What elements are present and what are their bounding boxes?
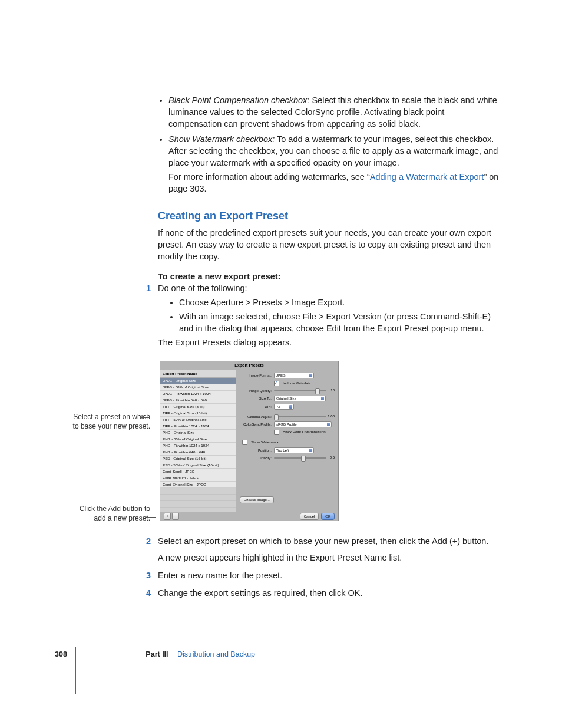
part-label: Part III <box>146 650 168 658</box>
step-number: 2 <box>146 535 151 547</box>
bullet-watermark-more: For more information about adding waterm… <box>168 171 500 195</box>
preset-row[interactable]: PNG - Original Size <box>160 430 236 436</box>
step-2: 2Select an export preset on which to bas… <box>158 535 500 564</box>
preset-row[interactable]: Email Small - JPEG <box>160 469 236 475</box>
add-preset-button[interactable]: + <box>164 513 171 520</box>
label-colorsync-profile: ColorSync Profile: <box>240 422 274 427</box>
preset-row-empty <box>160 488 236 495</box>
preset-row[interactable]: TIFF - Original Size (8-bit) <box>160 404 236 410</box>
preset-row[interactable]: PNG - 50% of Original Size <box>160 436 236 443</box>
preset-row[interactable]: JPEG - Fit within 1024 x 1024 <box>160 391 236 397</box>
callout-add-button: Click the Add button to add a new preset… <box>74 505 150 523</box>
step-number: 3 <box>146 569 151 581</box>
step-1: 1 Do one of the following: Choose Apertu… <box>158 282 500 348</box>
include-metadata-checkbox[interactable] <box>274 381 279 386</box>
bullet-bpc: Black Point Compensation checkbox: Selec… <box>168 94 500 130</box>
gamma-slider[interactable]: 1.00 <box>274 414 335 419</box>
dialog-title: Export Presets <box>160 361 338 370</box>
settings-panel: Image Format: JPEG Include Metadata Imag… <box>236 370 338 514</box>
opacity-slider[interactable]: 0.5 <box>274 456 335 460</box>
label-gamma: Gamma Adjust: <box>240 414 274 419</box>
section-intro: If none of the predefined export presets… <box>158 227 500 262</box>
label-show-watermark: Show Watermark <box>251 440 279 445</box>
size-to-select[interactable]: Original Size <box>274 396 326 401</box>
step-text: Select an export preset on which to base… <box>158 536 488 546</box>
step-text: Change the export settings as required, … <box>158 588 362 598</box>
intro-bullet-list: Black Point Compensation checkbox: Selec… <box>158 94 500 195</box>
preset-row[interactable]: JPEG - Original Size <box>160 378 236 384</box>
image-quality-slider[interactable]: 10 <box>274 388 335 393</box>
image-format-select[interactable]: JPEG <box>274 373 314 378</box>
section-heading: Creating an Export Preset <box>158 209 500 223</box>
part-section: Distribution and Backup <box>177 650 255 658</box>
preset-row[interactable]: Email Original Size - JPEG <box>160 482 236 488</box>
watermark-position-select[interactable]: Top Left <box>274 447 314 453</box>
preset-row[interactable]: JPEG - Fit within 640 x 640 <box>160 397 236 404</box>
label-bpc: Black Point Compensation <box>283 430 326 435</box>
preset-row[interactable]: TIFF - Fit within 1024 x 1024 <box>160 423 236 430</box>
step-text: Enter a new name for the preset. <box>158 571 282 580</box>
step-1-sub-b: With an image selected, choose File > Ex… <box>179 311 500 334</box>
callout-select-preset: Select a preset on which to base your ne… <box>68 413 150 431</box>
label-dpi: DPI: <box>240 404 274 409</box>
colorsync-profile-select[interactable]: sRGB Profile <box>274 421 332 427</box>
dpi-input[interactable]: 72 <box>274 404 294 410</box>
black-point-compensation-checkbox[interactable] <box>274 430 279 435</box>
step-1-text: Do one of the following: <box>158 284 247 293</box>
step-4: 4Change the export settings as required,… <box>158 587 500 599</box>
bullet-bpc-label: Black Point Compensation checkbox: <box>168 95 309 105</box>
task-heading: To create a new export preset: <box>158 271 500 282</box>
label-opacity: Opacity: <box>240 456 274 460</box>
bullet-watermark-label: Show Watermark checkbox: <box>168 134 275 144</box>
label-position: Position: <box>240 448 274 453</box>
preset-row-empty <box>160 501 236 508</box>
preset-row[interactable]: PSD - 50% of Original Size (16-bit) <box>160 462 236 469</box>
preset-row[interactable]: JPEG - 50% of Original Size <box>160 384 236 391</box>
preset-row[interactable]: Email Medium - JPEG <box>160 475 236 482</box>
step-3: 3Enter a new name for the preset. <box>158 569 500 581</box>
step-1-sub-a: Choose Aperture > Presets > Image Export… <box>179 297 500 308</box>
page-number: 308 <box>55 650 67 658</box>
preset-row[interactable]: TIFF - 50% of Original Size <box>160 417 236 423</box>
preset-list[interactable]: Export Preset Name JPEG - Original SizeJ… <box>160 370 236 514</box>
page-footer: 308 Part III Distribution and Backup <box>55 650 255 660</box>
bullet-watermark: Show Watermark checkbox: To add a waterm… <box>168 133 500 195</box>
preset-row[interactable]: PNG - Fit within 1024 x 1024 <box>160 443 236 449</box>
label-image-format: Image Format: <box>240 373 274 378</box>
margin-rule <box>75 647 76 694</box>
preset-list-header: Export Preset Name <box>160 370 236 378</box>
preset-row[interactable]: PSD - Original Size (16-bit) <box>160 456 236 462</box>
label-include-metadata: Include Metadata <box>283 381 310 386</box>
ok-button[interactable]: OK <box>321 513 335 520</box>
step-number: 4 <box>146 587 151 599</box>
show-watermark-checkbox[interactable] <box>242 440 247 445</box>
preset-row-empty <box>160 495 236 501</box>
export-presets-dialog: Export Presets Export Preset Name JPEG -… <box>160 361 339 521</box>
step-1-after: The Export Presets dialog appears. <box>158 337 500 348</box>
label-size-to: Size To: <box>240 396 274 401</box>
cancel-button[interactable]: Cancel <box>300 513 319 520</box>
watermark-xref-link[interactable]: Adding a Watermark at Export <box>370 172 484 182</box>
choose-image-button[interactable]: Choose Image... <box>240 496 274 503</box>
preset-row[interactable]: PNG - Fit within 640 x 640 <box>160 449 236 456</box>
step-text-cont: A new preset appears highlighted in the … <box>158 552 500 564</box>
remove-preset-button[interactable]: − <box>172 513 179 520</box>
preset-row[interactable]: TIFF - Original Size (16-bit) <box>160 410 236 417</box>
step-number: 1 <box>146 282 151 294</box>
label-image-quality: Image Quality: <box>240 388 274 393</box>
